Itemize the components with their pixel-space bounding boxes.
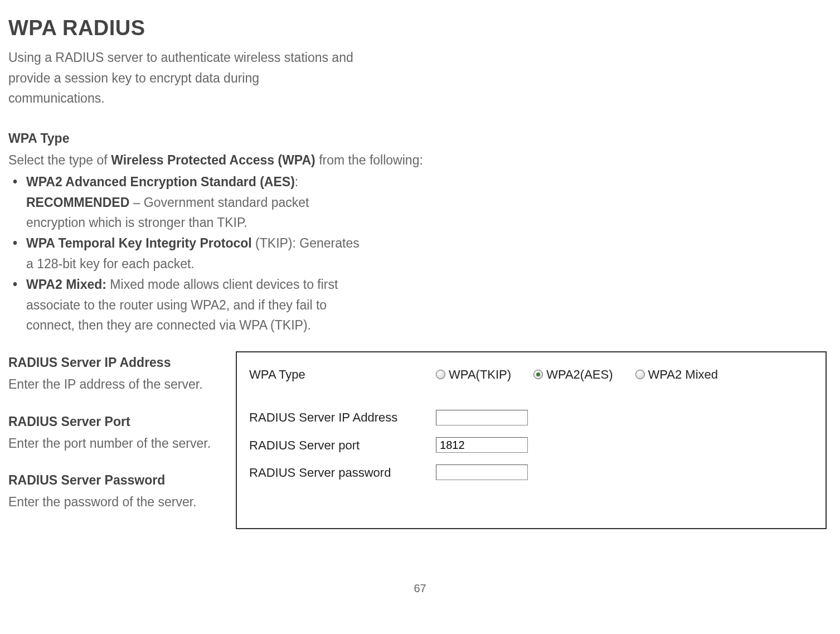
dialog-row-password: RADIUS Server password xyxy=(249,463,814,482)
dialog-row-ip: RADIUS Server IP Address xyxy=(249,408,814,427)
radio-wpa2-mixed[interactable]: WPA2 Mixed xyxy=(635,365,718,384)
bullet-aes-colon: : xyxy=(295,175,298,189)
field-port-desc: Enter the port number of the server. xyxy=(8,433,211,454)
field-ip: RADIUS Server IP Address Enter the IP ad… xyxy=(8,352,211,395)
bullet-mixed-bold: WPA2 Mixed: xyxy=(26,277,106,292)
radio-icon xyxy=(533,370,543,379)
radius-port-input[interactable] xyxy=(436,437,528,453)
field-port: RADIUS Server Port Enter the port number… xyxy=(8,412,211,454)
page-title: WPA RADIUS xyxy=(8,11,832,45)
field-password-heading: RADIUS Server Password xyxy=(8,470,211,491)
field-password-desc: Enter the password of the server. xyxy=(8,492,211,512)
wpa-type-prefix: Select the type of xyxy=(8,153,111,167)
field-password: RADIUS Server Password Enter the passwor… xyxy=(8,470,211,512)
field-ip-desc: Enter the IP address of the server. xyxy=(8,374,211,395)
bullet-aes: WPA2 Advanced Encryption Standard (AES):… xyxy=(8,172,365,233)
dialog-label-port: RADIUS Server port xyxy=(249,435,436,455)
radio-wpa2-mixed-label: WPA2 Mixed xyxy=(648,365,718,384)
radio-wpa-tkip-label: WPA(TKIP) xyxy=(449,365,511,384)
wpa-type-section: WPA Type Select the type of Wireless Pro… xyxy=(8,128,832,336)
intro-text: Using a RADIUS server to authenticate wi… xyxy=(8,47,354,109)
wpa-type-text: Select the type of Wireless Protected Ac… xyxy=(8,150,832,171)
wpa-type-bullets: WPA2 Advanced Encryption Standard (AES):… xyxy=(8,172,832,336)
wpa-type-radio-group: WPA(TKIP) WPA2(AES) WPA2 Mixed xyxy=(436,365,718,384)
page-number: 67 xyxy=(8,579,832,597)
radio-wpa2-aes[interactable]: WPA2(AES) xyxy=(533,365,613,384)
wpa-type-heading: WPA Type xyxy=(8,128,832,149)
bullet-aes-bold: WPA2 Advanced Encryption Standard (AES) xyxy=(26,175,295,189)
bullet-mixed: WPA2 Mixed: Mixed mode allows client dev… xyxy=(8,274,365,336)
field-ip-heading: RADIUS Server IP Address xyxy=(8,352,211,373)
radio-icon xyxy=(436,370,445,379)
dialog-row-wpa-type: WPA Type WPA(TKIP) WPA2(AES) WPA2 Mixed xyxy=(249,365,814,384)
dialog-row-port: RADIUS Server port xyxy=(249,435,814,455)
config-dialog: WPA Type WPA(TKIP) WPA2(AES) WPA2 Mixed … xyxy=(236,351,827,529)
wpa-type-suffix: from the following: xyxy=(315,153,423,167)
bullet-tkip: WPA Temporal Key Integrity Protocol (TKI… xyxy=(8,233,365,274)
columns-wrapper: RADIUS Server IP Address Enter the IP ad… xyxy=(8,352,832,529)
field-port-heading: RADIUS Server Port xyxy=(8,412,211,432)
bullet-tkip-bold: WPA Temporal Key Integrity Protocol xyxy=(26,236,252,250)
wpa-type-bold: Wireless Protected Access (WPA) xyxy=(111,153,315,167)
dialog-label-ip: RADIUS Server IP Address xyxy=(249,408,436,427)
left-column: RADIUS Server IP Address Enter the IP ad… xyxy=(8,352,211,529)
radio-wpa-tkip[interactable]: WPA(TKIP) xyxy=(436,365,511,384)
dialog-label-password: RADIUS Server password xyxy=(249,463,436,482)
dialog-label-wpa-type: WPA Type xyxy=(249,365,436,384)
bullet-aes-rec: RECOMMENDED xyxy=(26,195,129,210)
radius-ip-input[interactable] xyxy=(436,410,528,425)
radio-wpa2-aes-label: WPA2(AES) xyxy=(546,365,613,384)
radio-icon xyxy=(635,370,645,379)
radius-password-input[interactable] xyxy=(436,464,528,480)
